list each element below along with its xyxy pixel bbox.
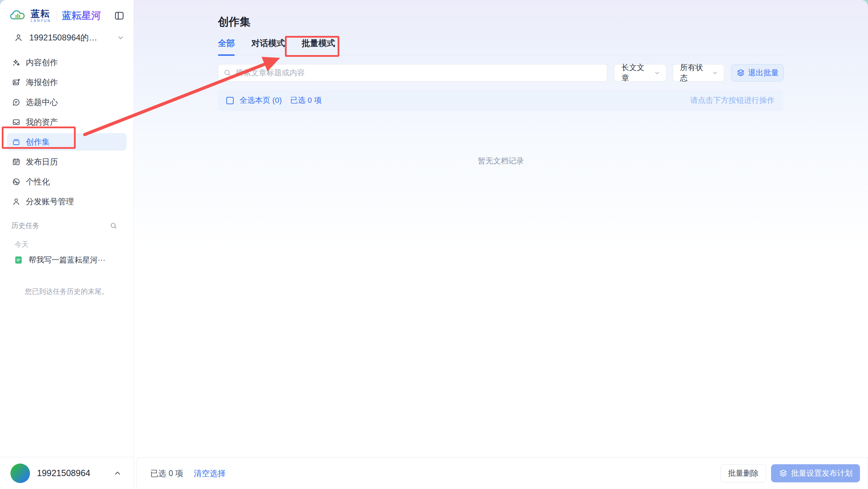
toolbar: 长文文章 所有状态 退出批量 [218,64,784,82]
batch-schedule-label: 批量设置发布计划 [791,468,853,479]
sidebar-item-label: 发布日历 [26,156,58,167]
search-icon [223,69,232,77]
search-icon[interactable] [110,222,118,230]
product-name: 蓝耘星河 [62,9,101,22]
sidebar-item-label: 创作集 [26,137,50,147]
sidebar-collapse-icon[interactable] [114,10,124,21]
chevron-down-icon [654,69,661,76]
sidebar: 蓝耘 LANYUN 蓝耘星河 19921508964的个人··· [0,0,134,489]
tabs-bar: 全部 对话模式 批量模式 [218,38,784,55]
main-panel: 创作集 全部 对话模式 批量模式 长文文章 所有状态 [134,0,868,489]
bottom-action-bar: 已选 0 项 清空选择 批量删除 批量设置发布计划 [136,457,868,489]
chevron-down-icon [712,69,718,76]
main-content: 创作集 全部 对话模式 批量模式 长文文章 所有状态 [134,0,868,166]
sidebar-item-label: 个性化 [26,176,50,187]
color-wheel-icon [12,177,21,186]
page-title: 创作集 [218,15,784,29]
chevron-down-icon [117,34,124,41]
exit-batch-label: 退出批量 [748,68,779,78]
history-end-note: 您已到达任务历史的末尾。 [0,287,134,296]
logo-sub-label: LANYUN [31,19,51,23]
sidebar-item-label: 内容创作 [26,57,58,68]
sidebar-item-label: 选题中心 [26,97,58,108]
app-window: 蓝耘 LANYUN 蓝耘星河 19921508964的个人··· [0,0,868,489]
select-all-checkbox[interactable] [226,97,234,104]
sidebar-item-my-assets[interactable]: 我的资产 [7,113,127,131]
person-icon [12,197,21,206]
history-task-item[interactable]: 帮我写一篇蓝耘星河··· [0,255,134,265]
article-type-dropdown[interactable]: 长文文章 [614,64,666,82]
history-header: 历史任务 [0,220,134,231]
sidebar-item-creation-collection[interactable]: 创作集 [7,133,127,151]
selection-hint: 请点击下方按钮进行操作 [690,95,775,106]
clear-selection-link[interactable]: 清空选择 [194,468,226,479]
selected-count-label: 已选 0 项 [290,95,322,106]
empty-state-text: 暂无文档记录 [218,156,784,166]
sparkles-icon [12,58,21,67]
chevron-up-icon [113,469,122,477]
sidebar-item-poster-creation[interactable]: 海报创作 [7,74,127,91]
logo-row: 蓝耘 LANYUN 蓝耘星河 [0,0,134,23]
layers-icon [779,469,788,478]
logo-text: 蓝耘 LANYUN [31,9,51,23]
calendar-icon [12,158,21,166]
status-filter-dropdown[interactable]: 所有状态 [673,64,724,82]
workspace-switcher[interactable]: 19921508964的个人··· [14,30,124,45]
cloud-logo-icon [10,9,28,22]
sidebar-item-label: 海报创作 [26,77,58,88]
status-filter-value: 所有状态 [680,62,708,83]
tab-all[interactable]: 全部 [218,38,235,55]
search-wrap [218,64,607,82]
avatar [10,464,30,483]
user-footer[interactable]: 19921508964 [0,457,134,489]
sidebar-item-label: 分发账号管理 [26,196,74,207]
sidebar-item-personalization[interactable]: 个性化 [7,173,127,190]
tab-batch-mode[interactable]: 批量模式 [302,38,335,55]
history-task-label: 帮我写一篇蓝耘星河··· [29,255,105,265]
footer-user-name: 19921508964 [37,468,90,478]
logo-divider [57,10,57,21]
batch-delete-button[interactable]: 批量删除 [720,464,766,482]
tab-dialog-mode[interactable]: 对话模式 [251,38,285,55]
poster-image-icon [12,78,21,87]
logo-cn-label: 蓝耘 [31,9,51,18]
layers-icon [736,68,745,77]
history-section: 历史任务 今天 帮我写一篇蓝耘星河··· 您已到达任务历史的末尾。 [0,220,134,296]
user-icon [14,33,23,42]
document-icon [14,255,23,265]
footer-selected-count: 已选 0 项 [150,468,183,479]
exit-batch-button[interactable]: 退出批量 [731,64,784,82]
select-all-label[interactable]: 全选本页 (0) [240,95,282,106]
assets-inbox-icon [12,118,21,127]
sidebar-item-publish-calendar[interactable]: 发布日历 [7,153,127,170]
sidebar-item-account-management[interactable]: 分发账号管理 [7,193,127,210]
sidebar-nav: 内容创作 海报创作 选题中心 [0,54,134,213]
article-type-value: 长文文章 [621,62,650,83]
batch-schedule-button[interactable]: 批量设置发布计划 [771,464,860,482]
sidebar-item-topic-center[interactable]: 选题中心 [7,93,127,111]
collection-box-icon [12,138,21,146]
sidebar-item-label: 我的资产 [26,117,58,128]
search-input[interactable] [218,64,607,82]
chat-bubble-icon [12,98,21,107]
workspace-name: 19921508964的个人··· [29,32,105,43]
selection-bar: 全选本页 (0) 已选 0 项 请点击下方按钮进行操作 [218,90,784,111]
sidebar-item-content-creation[interactable]: 内容创作 [7,54,127,71]
history-title: 历史任务 [12,221,39,230]
history-group-label: 今天 [0,240,134,249]
